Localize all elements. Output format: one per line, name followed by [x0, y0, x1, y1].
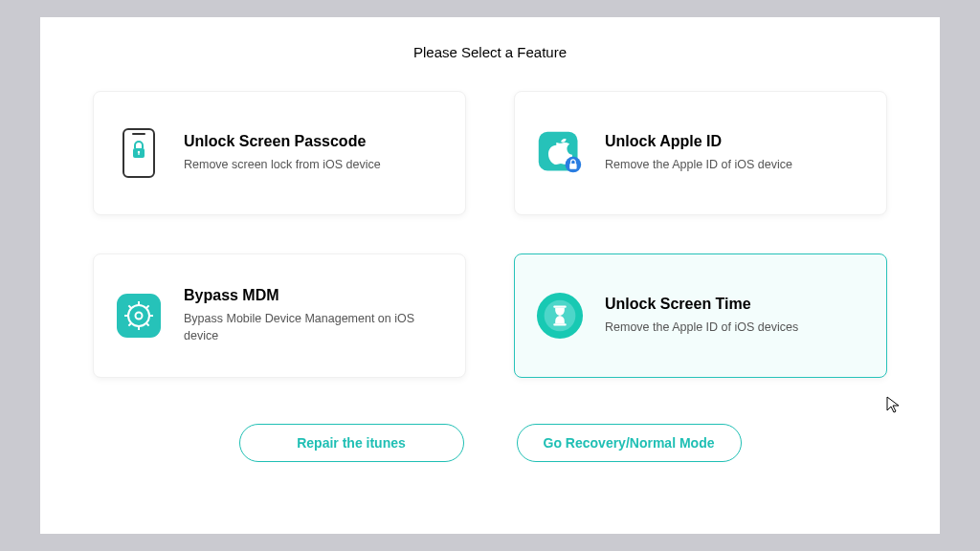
page-title: Please Select a Feature: [413, 44, 567, 60]
feature-card-unlock-passcode[interactable]: Unlock Screen Passcode Remove screen loc…: [93, 91, 466, 215]
feature-desc: Remove screen lock from iOS device: [184, 156, 444, 173]
repair-itunes-button[interactable]: Repair the itunes: [239, 424, 464, 462]
feature-title: Unlock Screen Passcode: [184, 133, 444, 150]
svg-rect-21: [553, 305, 566, 307]
feature-desc: Remove the Apple ID of iOS devices: [605, 319, 865, 336]
feature-desc: Bypass Mobile Device Management on iOS d…: [184, 310, 444, 344]
feature-card-unlock-screen-time[interactable]: Unlock Screen Time Remove the Apple ID o…: [514, 253, 887, 378]
hourglass-icon: [536, 292, 584, 340]
phone-lock-icon: [115, 129, 163, 177]
svg-rect-7: [569, 164, 576, 169]
feature-grid: Unlock Screen Passcode Remove screen loc…: [93, 91, 887, 378]
svg-rect-22: [553, 323, 566, 325]
feature-text: Unlock Screen Passcode Remove screen loc…: [184, 133, 444, 173]
svg-rect-8: [117, 294, 161, 338]
feature-text: Unlock Screen Time Remove the Apple ID o…: [605, 296, 865, 336]
feature-title: Unlock Screen Time: [605, 296, 865, 313]
bottom-buttons: Repair the itunes Go Recovery/Normal Mod…: [239, 424, 742, 462]
feature-card-bypass-mdm[interactable]: Bypass MDM Bypass Mobile Device Manageme…: [93, 253, 466, 378]
svg-point-3: [138, 151, 140, 153]
app-window: Please Select a Feature Unlock Screen Pa…: [40, 17, 940, 534]
recovery-mode-button[interactable]: Go Recovery/Normal Mode: [517, 424, 742, 462]
apple-lock-icon: [536, 129, 584, 177]
gear-icon: [115, 292, 163, 340]
feature-desc: Remove the Apple ID of iOS device: [605, 156, 865, 173]
feature-title: Unlock Apple ID: [605, 133, 865, 150]
feature-card-unlock-apple-id[interactable]: Unlock Apple ID Remove the Apple ID of i…: [514, 91, 887, 215]
feature-title: Bypass MDM: [184, 287, 444, 304]
feature-text: Unlock Apple ID Remove the Apple ID of i…: [605, 133, 865, 173]
feature-text: Bypass MDM Bypass Mobile Device Manageme…: [184, 287, 444, 344]
